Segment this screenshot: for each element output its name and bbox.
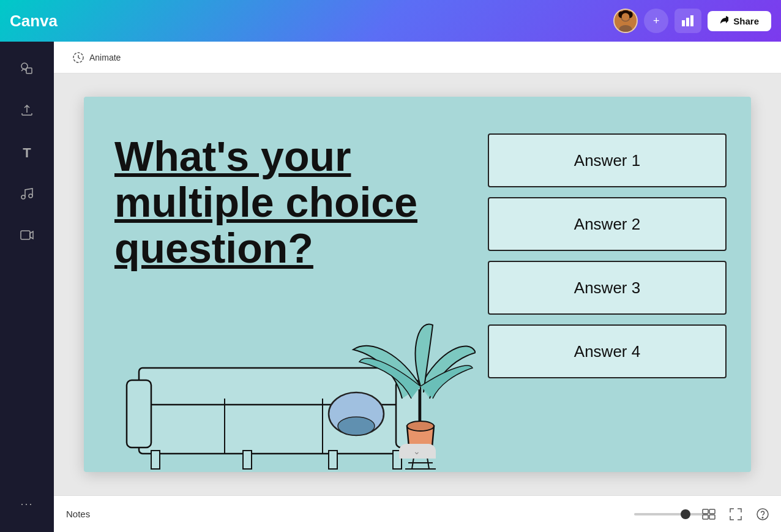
animate-button[interactable]: Animate [66,48,127,67]
page-handle[interactable]: ⌄ [399,444,436,459]
svg-point-38 [762,517,763,518]
answer-box-4[interactable]: Answer 4 [488,324,727,378]
answers-area: Answer 1 Answer 2 Answer 3 Answer 4 [488,133,727,378]
svg-rect-9 [690,15,693,26]
header: Canva + [0,0,781,42]
sidebar-item-elements[interactable] [7,51,47,88]
fullscreen-button[interactable] [727,506,744,523]
svg-rect-21 [243,451,252,469]
grid-icon [702,509,716,520]
svg-rect-33 [703,509,708,514]
svg-rect-7 [682,20,685,26]
question-text-area[interactable]: What's your multiple choice question? [114,133,469,271]
svg-point-12 [21,195,25,199]
add-button[interactable]: + [644,9,668,33]
animate-icon [72,51,84,64]
answer-box-3[interactable]: Answer 3 [488,261,727,315]
answer-box-2[interactable]: Answer 2 [488,197,727,251]
svg-rect-36 [709,515,715,519]
header-right: + Share [613,9,771,33]
more-icon: ··· [20,498,33,511]
help-button[interactable] [754,506,771,523]
fullscreen-icon [730,508,742,520]
toolbar: Animate [54,42,781,73]
sidebar-item-video[interactable] [7,218,47,255]
zoom-slider-thumb[interactable] [681,509,690,519]
svg-point-13 [29,194,32,198]
svg-point-28 [407,421,434,431]
canva-logo[interactable]: Canva [10,12,58,31]
svg-point-6 [622,13,630,21]
notes-label[interactable]: Notes [66,509,90,519]
share-button[interactable]: Share [708,11,771,31]
share-icon [720,16,730,26]
svg-rect-14 [21,231,30,239]
help-icon [757,508,769,520]
answer-box-1[interactable]: Answer 1 [488,133,727,187]
grid-view-button[interactable] [700,506,717,523]
svg-rect-35 [703,515,708,519]
upload-icon [20,103,34,121]
svg-rect-22 [329,451,337,469]
svg-rect-11 [26,68,32,73]
bottom-right-icons [700,506,771,523]
sidebar-item-upload[interactable] [7,93,47,130]
music-icon [20,186,34,204]
svg-rect-8 [686,18,689,26]
video-icon [20,228,34,245]
text-icon: T [23,145,31,161]
zoom-slider-track[interactable] [634,513,708,515]
sidebar: T ··· [0,42,54,532]
canvas-area: What's your multiple choice question? An… [54,73,781,495]
bottom-bar: Notes [54,495,781,532]
question-heading: What's your multiple choice question? [114,133,469,271]
svg-point-27 [338,417,375,435]
analytics-button[interactable] [674,9,701,33]
handle-icon: ⌄ [413,446,422,456]
slide[interactable]: What's your multiple choice question? An… [84,97,751,472]
sidebar-item-more[interactable]: ··· [7,485,47,522]
sidebar-item-text[interactable]: T [7,135,47,171]
bar-chart-icon [681,15,695,26]
sidebar-item-audio[interactable] [7,176,47,213]
avatar[interactable] [613,9,638,33]
elements-icon [20,61,34,79]
svg-rect-34 [709,509,715,514]
svg-rect-18 [127,380,151,448]
zoom-controls [634,513,708,515]
svg-rect-20 [151,451,160,469]
